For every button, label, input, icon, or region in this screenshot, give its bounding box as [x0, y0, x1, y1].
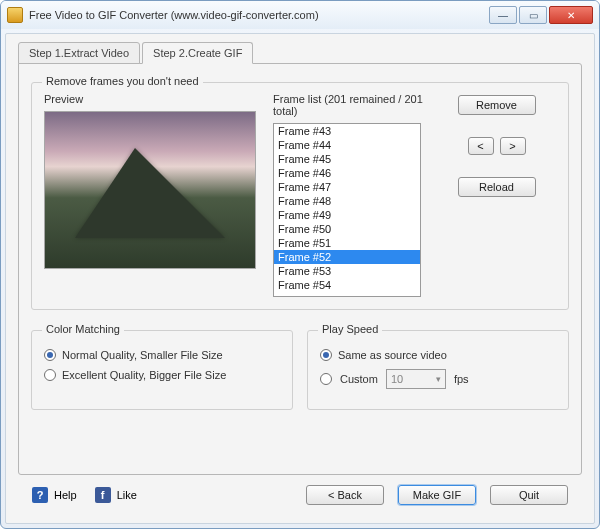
play-speed-legend: Play Speed [318, 323, 382, 335]
tabstrip: Step 1.Extract Video Step 2.Create GIF [18, 42, 582, 64]
tab-step1[interactable]: Step 1.Extract Video [18, 42, 140, 64]
list-item[interactable]: Frame #53 [274, 264, 420, 278]
help-link[interactable]: ? Help [32, 487, 77, 503]
footer: ? Help f Like < Back Make GIF Quit [18, 475, 582, 515]
radio-excellent-quality[interactable]: Excellent Quality, Bigger File Size [44, 369, 280, 381]
list-item[interactable]: Frame #49 [274, 208, 420, 222]
list-item[interactable]: Frame #45 [274, 152, 420, 166]
list-item[interactable]: Frame #47 [274, 180, 420, 194]
radio-icon [44, 349, 56, 361]
preview-image [44, 111, 256, 269]
radio-label: Normal Quality, Smaller File Size [62, 349, 223, 361]
maximize-button[interactable]: ▭ [519, 6, 547, 24]
minimize-button[interactable]: — [489, 6, 517, 24]
prev-frame-button[interactable]: < [468, 137, 494, 155]
remove-frames-group: Remove frames you don't need Preview Fra… [31, 82, 569, 310]
color-matching-group: Color Matching Normal Quality, Smaller F… [31, 330, 293, 410]
next-frame-button[interactable]: > [500, 137, 526, 155]
window-title: Free Video to GIF Converter (www.video-g… [29, 9, 489, 21]
play-speed-group: Play Speed Same as source video Custom 1… [307, 330, 569, 410]
facebook-icon: f [95, 487, 111, 503]
fps-select[interactable]: 10 ▾ [386, 369, 446, 389]
titlebar: Free Video to GIF Converter (www.video-g… [1, 1, 599, 29]
close-button[interactable]: ✕ [549, 6, 593, 24]
radio-icon [320, 373, 332, 385]
list-item[interactable]: Frame #46 [274, 166, 420, 180]
list-item[interactable]: Frame #52 [274, 250, 420, 264]
remove-button[interactable]: Remove [458, 95, 536, 115]
make-gif-button[interactable]: Make GIF [398, 485, 476, 505]
reload-button[interactable]: Reload [458, 177, 536, 197]
like-link[interactable]: f Like [95, 487, 137, 503]
list-item[interactable]: Frame #50 [274, 222, 420, 236]
color-matching-legend: Color Matching [42, 323, 124, 335]
tab-step2[interactable]: Step 2.Create GIF [142, 42, 253, 64]
like-label: Like [117, 489, 137, 501]
radio-same-speed[interactable]: Same as source video [320, 349, 556, 361]
radio-label: Excellent Quality, Bigger File Size [62, 369, 226, 381]
preview-label: Preview [44, 93, 259, 105]
tab-body: Remove frames you don't need Preview Fra… [18, 63, 582, 475]
radio-label: Same as source video [338, 349, 447, 361]
list-item[interactable]: Frame #44 [274, 138, 420, 152]
app-icon [7, 7, 23, 23]
list-item[interactable]: Frame #48 [274, 194, 420, 208]
app-window: Free Video to GIF Converter (www.video-g… [0, 0, 600, 529]
framelist-label: Frame list (201 remained / 201 total) [273, 93, 423, 117]
content-area: Step 1.Extract Video Step 2.Create GIF R… [5, 33, 595, 524]
radio-normal-quality[interactable]: Normal Quality, Smaller File Size [44, 349, 280, 361]
help-label: Help [54, 489, 77, 501]
fps-unit: fps [454, 373, 469, 385]
remove-frames-legend: Remove frames you don't need [42, 75, 203, 87]
list-item[interactable]: Frame #51 [274, 236, 420, 250]
chevron-down-icon: ▾ [436, 374, 441, 384]
radio-icon [320, 349, 332, 361]
frame-listbox[interactable]: Frame #43Frame #44Frame #45Frame #46Fram… [273, 123, 421, 297]
radio-custom-speed[interactable]: Custom 10 ▾ fps [320, 369, 556, 389]
help-icon: ? [32, 487, 48, 503]
back-button[interactable]: < Back [306, 485, 384, 505]
quit-button[interactable]: Quit [490, 485, 568, 505]
radio-label: Custom [340, 373, 378, 385]
list-item[interactable]: Frame #43 [274, 124, 420, 138]
list-item[interactable]: Frame #54 [274, 278, 420, 292]
radio-icon [44, 369, 56, 381]
fps-value: 10 [391, 373, 403, 385]
